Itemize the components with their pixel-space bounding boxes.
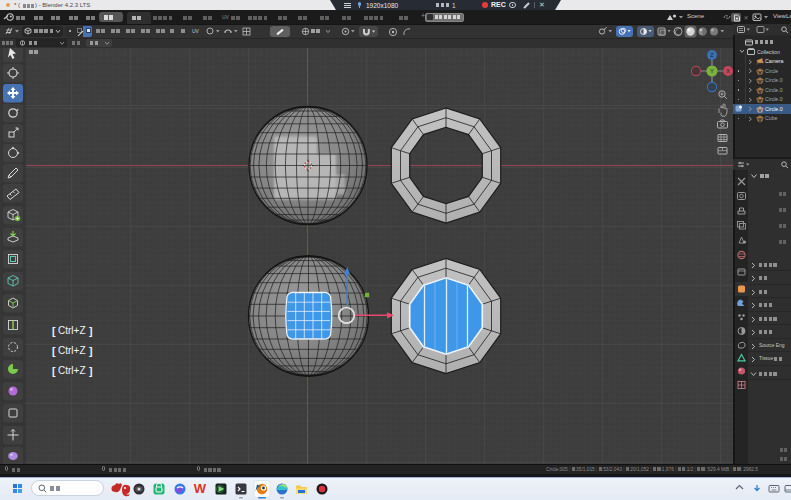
svg-text:Y: Y [710,68,714,74]
svg-text:X: X [726,68,730,74]
svg-text:W: W [194,482,206,496]
